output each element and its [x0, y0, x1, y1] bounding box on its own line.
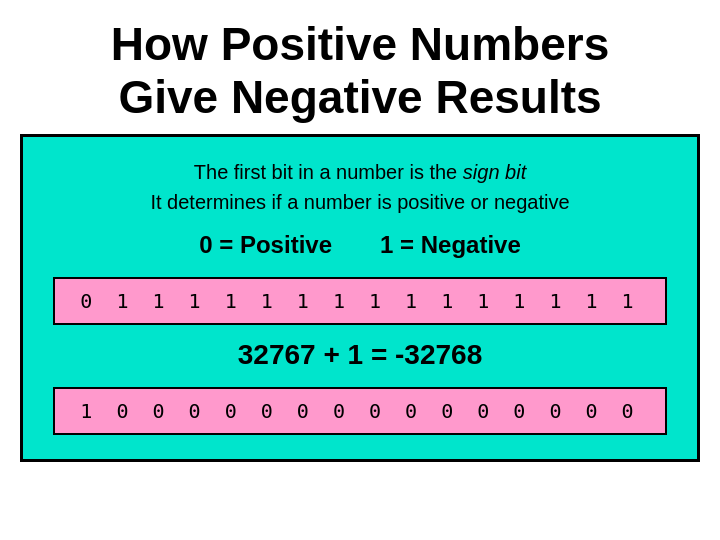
bit-row-2: 1 0 0 0 0 0 0 0 0 0 0 0 0 0 0 0: [53, 387, 667, 435]
main-content-box: The first bit in a number is the sign bi…: [20, 134, 700, 462]
description-line1: The first bit in a number is the sign bi…: [194, 161, 526, 183]
page-title: How Positive Numbers Give Negative Resul…: [20, 18, 700, 124]
description-text: The first bit in a number is the sign bi…: [150, 157, 569, 217]
title-line1: How Positive Numbers: [111, 18, 609, 70]
title-line2: Give Negative Results: [118, 71, 601, 123]
bit-row-1-bits: 0 1 1 1 1 1 1 1 1 1 1 1 1 1 1 1: [80, 289, 639, 313]
description-line2: It determines if a number is positive or…: [150, 191, 569, 213]
bit-row-1: 0 1 1 1 1 1 1 1 1 1 1 1 1 1 1 1: [53, 277, 667, 325]
zero-label: 0 = Positive: [199, 231, 332, 259]
title-area: How Positive Numbers Give Negative Resul…: [0, 0, 720, 134]
sign-labels: 0 = Positive 1 = Negative: [199, 231, 521, 259]
bit-row-2-bits: 1 0 0 0 0 0 0 0 0 0 0 0 0 0 0 0: [80, 399, 639, 423]
equation: 32767 + 1 = -32768: [238, 339, 482, 371]
one-label: 1 = Negative: [380, 231, 521, 259]
